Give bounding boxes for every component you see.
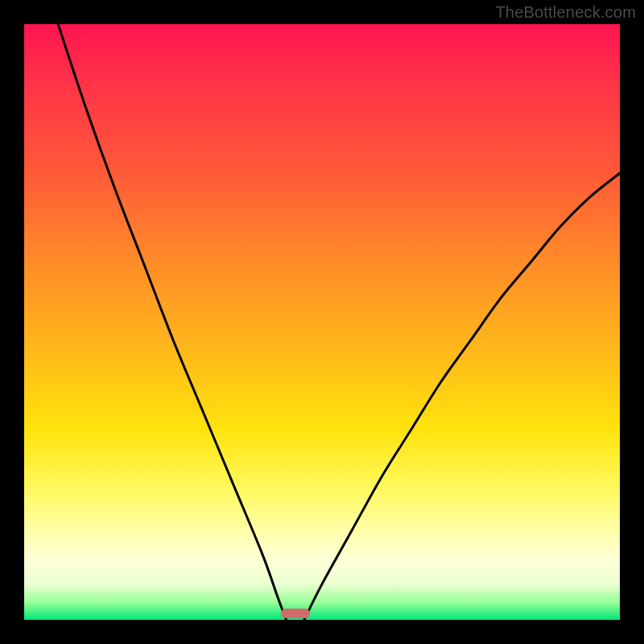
optimal-marker <box>281 609 310 618</box>
curve-right-branch <box>304 173 620 620</box>
chart-frame: TheBottleneck.com <box>0 0 644 644</box>
curve-left-branch <box>58 24 286 620</box>
bottleneck-curve <box>24 24 620 620</box>
watermark-text: TheBottleneck.com <box>495 3 636 22</box>
plot-area <box>24 24 620 620</box>
